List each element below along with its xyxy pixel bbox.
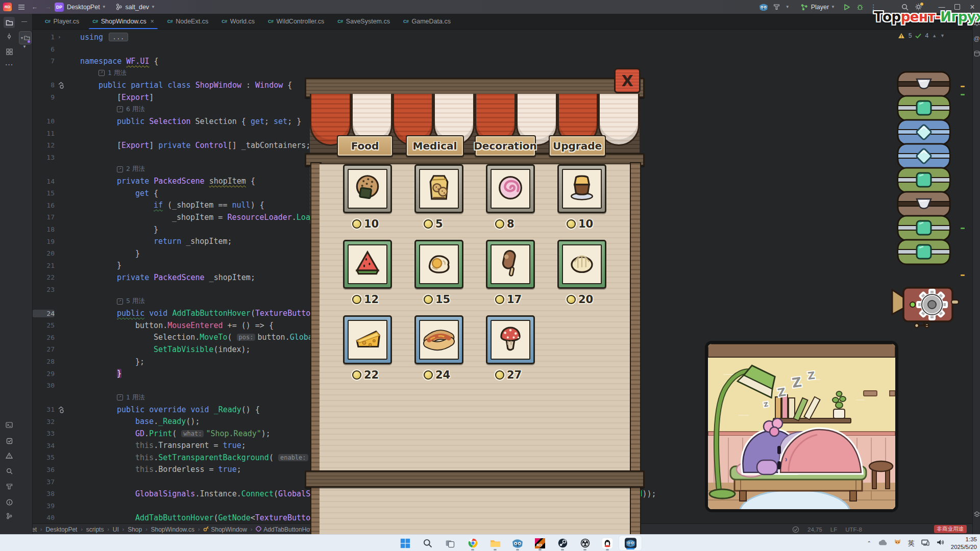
hammer-build-icon[interactable] — [771, 2, 782, 13]
tab-NodeExt.cs[interactable]: C#NodeExt.cs — [161, 14, 215, 29]
taskbar-godot-active-icon[interactable] — [619, 535, 642, 551]
chest-green-emerald[interactable] — [896, 238, 951, 268]
godot-engine-icon[interactable] — [758, 2, 769, 13]
layers-icon[interactable] — [973, 511, 980, 518]
taskbar-task-view-icon[interactable] — [439, 535, 461, 551]
commit-icon[interactable] — [4, 31, 15, 42]
shop-item-hot-dog[interactable] — [414, 315, 463, 364]
onedrive-cloud-icon[interactable] — [878, 539, 887, 548]
shop-tab-medical[interactable]: Medical — [406, 135, 464, 157]
coin-icon — [567, 295, 576, 304]
build-icon[interactable] — [4, 481, 15, 492]
breadcrumb-item[interactable]: ShopWindow.cs — [151, 526, 194, 533]
usages-hint[interactable]: ↗1 用法 — [99, 69, 127, 78]
run-play-icon[interactable] — [841, 2, 852, 13]
taskbar-godot-icon[interactable] — [506, 535, 529, 551]
taskbar-rider-icon[interactable]: RD — [529, 535, 551, 551]
tab-close-icon[interactable]: × — [151, 18, 154, 25]
tab-GameData.cs[interactable]: C#GameData.cs — [397, 14, 457, 29]
more-tools-icon[interactable]: ⋯ — [4, 59, 15, 70]
info-icon[interactable] — [4, 496, 15, 508]
volume-icon[interactable] — [936, 539, 944, 548]
shop-item-popsicle[interactable] — [486, 240, 535, 289]
breadcrumb-item[interactable]: scripts — [86, 526, 104, 533]
usages-hint[interactable]: ↗2 用法 — [117, 165, 145, 173]
tab-SaveSystem.cs[interactable]: C#SaveSystem.cs — [331, 14, 397, 29]
taskbar-chrome-icon[interactable] — [461, 535, 484, 551]
file-encoding[interactable]: UTF-8 — [845, 527, 862, 533]
shop-item-onigiri[interactable] — [343, 164, 392, 213]
prev-problem-icon[interactable]: ▲ — [932, 33, 937, 38]
clock[interactable]: 1:35 2025/5/20 — [951, 536, 977, 550]
tab-WildController.cs[interactable]: C#WildController.cs — [261, 14, 331, 29]
pet-cat-icon[interactable] — [894, 539, 901, 548]
database-icon[interactable] — [973, 51, 980, 58]
version-control-icon[interactable] — [4, 510, 15, 521]
back-icon[interactable]: ← — [29, 2, 40, 13]
tab-Player.cs[interactable]: C#Player.cs — [38, 14, 86, 29]
breadcrumb-item[interactable]: UI — [113, 526, 119, 533]
shop-tab-food[interactable]: Food — [337, 135, 393, 157]
project-name[interactable]: DesktopPet — [67, 4, 100, 11]
tray-chevron-icon[interactable]: ⌃ — [867, 540, 871, 546]
shop-item-watermelon[interactable] — [343, 240, 392, 289]
branch-name[interactable]: salt_dev — [126, 4, 150, 11]
forward-icon[interactable]: → — [42, 2, 54, 13]
breadcrumb-item[interactable]: Shop — [128, 526, 142, 533]
taskbar-qq-icon[interactable] — [596, 535, 619, 551]
shop-item-cheese[interactable] — [343, 315, 392, 364]
line-separator[interactable]: LF — [830, 527, 837, 533]
shop-tab-decoration[interactable]: Decoration — [475, 135, 536, 157]
breadcrumb-item[interactable]: ShopWindow — [203, 526, 247, 533]
shop-item-mushroom[interactable] — [486, 315, 535, 364]
inspection-widget[interactable]: 5 4 ▲ ▼ — [898, 32, 945, 39]
code-line[interactable]: 7namespace WF.UI { — [32, 55, 966, 67]
usages-hint[interactable]: ↗1 用法 — [117, 393, 145, 402]
shop-item-naruto-swirl[interactable] — [486, 164, 535, 213]
usages-hint[interactable]: ↗6 用法 — [117, 105, 145, 114]
chevron-down-icon[interactable]: ▼ — [786, 5, 790, 9]
shop-item-pudding[interactable] — [557, 164, 606, 213]
pet-room-scene[interactable]: z Z Z Z — [705, 341, 898, 512]
chevron-down-icon[interactable]: ▼ — [22, 44, 27, 49]
debug-bug-icon[interactable] — [854, 2, 866, 13]
terminal-icon[interactable] — [4, 419, 15, 431]
caret-position[interactable]: 24,75 — [807, 527, 822, 533]
main-menu-icon[interactable] — [16, 2, 27, 13]
no-problems-icon[interactable] — [792, 526, 799, 533]
services-icon[interactable] — [4, 435, 15, 446]
shop-item-cookie-bag[interactable] — [414, 164, 463, 213]
usages-hint[interactable]: ↗5 用法 — [117, 297, 145, 306]
project-folder-icon[interactable] — [4, 17, 15, 28]
gutter-inheritors[interactable] — [55, 82, 78, 89]
breadcrumb-item[interactable]: DesktopPet — [45, 526, 77, 533]
shop-tab-upgrade[interactable]: Upgrade — [549, 135, 606, 157]
tab-ShopWindow.cs[interactable]: C#ShopWindow.cs× — [86, 14, 160, 29]
tab-World.cs[interactable]: C#World.cs — [215, 14, 261, 29]
problems-icon[interactable] — [4, 450, 15, 461]
project-root-node[interactable]: ▼ — [19, 31, 32, 44]
taskbar-start-icon[interactable] — [394, 535, 416, 551]
taskbar-file-explorer-icon[interactable] — [484, 535, 506, 551]
taskbar-obs-icon[interactable] — [574, 535, 596, 551]
next-problem-icon[interactable]: ▼ — [940, 33, 945, 38]
shop-item-egg-bun[interactable] — [414, 240, 463, 289]
taskbar-steam-icon[interactable] — [551, 535, 574, 551]
code-line[interactable]: 6 — [32, 43, 966, 56]
shop-close-button[interactable]: X — [614, 68, 641, 93]
shop-item-bread[interactable] — [557, 240, 606, 289]
search-everywhere-icon[interactable] — [4, 465, 15, 477]
gutter-fold-arrow[interactable]: › — [55, 34, 78, 40]
gear-machine[interactable] — [889, 281, 961, 332]
gutter-override[interactable] — [55, 406, 78, 413]
code-line[interactable]: 1›using ... — [32, 31, 966, 43]
taskbar-search-icon[interactable] — [416, 535, 439, 551]
ime-indicator[interactable]: 英 — [908, 539, 915, 548]
network-icon[interactable] — [921, 539, 929, 548]
structure-icon[interactable] — [4, 46, 15, 57]
breadcrumb-item[interactable]: AddTabButtonHover — [256, 526, 318, 533]
run-config-name[interactable]: Player — [811, 4, 829, 11]
chevron-down-icon[interactable]: ▼ — [831, 5, 835, 9]
hide-panel-icon[interactable]: — — [21, 18, 27, 24]
ai-assistant-icon[interactable]: @ — [973, 35, 980, 42]
